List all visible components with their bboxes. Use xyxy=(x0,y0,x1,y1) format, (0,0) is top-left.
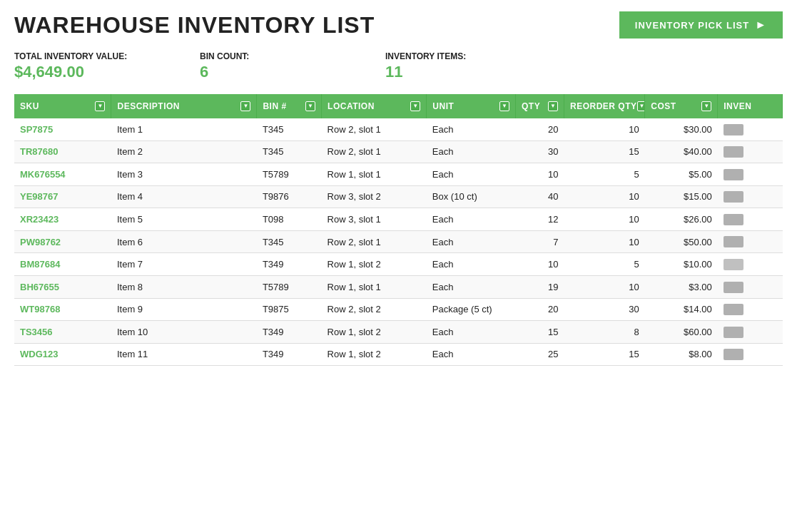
cell-bin: T349 xyxy=(257,321,322,344)
cell-location: Row 2, slot 1 xyxy=(322,140,427,163)
cell-bin: T9875 xyxy=(257,298,322,321)
cell-sku: BH67655 xyxy=(14,275,111,298)
cell-inven xyxy=(718,185,783,208)
cell-location: Row 1, slot 1 xyxy=(322,163,427,186)
table-header-row: SKU DESCRIPTION BIN # xyxy=(14,94,783,118)
cell-reorder: 10 xyxy=(564,185,644,208)
cell-sku: TR87680 xyxy=(14,140,111,163)
cell-qty: 10 xyxy=(516,163,564,186)
cell-qty: 19 xyxy=(516,275,564,298)
total-inventory-value: $4,649.00 xyxy=(14,63,157,81)
cell-unit: Each xyxy=(427,275,516,298)
inventory-swatch xyxy=(724,214,743,225)
cell-bin: T9876 xyxy=(257,185,322,208)
cell-bin: T345 xyxy=(257,140,322,163)
cell-cost: $26.00 xyxy=(645,208,718,231)
cell-qty: 7 xyxy=(516,230,564,253)
inventory-swatch xyxy=(724,191,743,203)
cell-cost: $14.00 xyxy=(645,298,718,321)
cell-qty: 20 xyxy=(516,298,564,321)
cell-qty: 40 xyxy=(516,185,564,208)
inventory-swatch xyxy=(724,169,743,180)
cell-reorder: 10 xyxy=(564,275,644,298)
cell-inven xyxy=(718,298,783,321)
cell-inven xyxy=(718,230,783,253)
cell-reorder: 8 xyxy=(564,321,644,344)
cell-reorder: 30 xyxy=(564,298,644,321)
cell-sku: TS3456 xyxy=(14,321,111,344)
bin-count-block: BIN COUNT: 6 xyxy=(200,51,342,81)
cell-bin: T098 xyxy=(257,208,322,231)
description-filter-icon[interactable] xyxy=(240,101,250,111)
cell-cost: $3.00 xyxy=(645,275,718,298)
cell-sku: YE98767 xyxy=(14,185,111,208)
cell-inven xyxy=(718,140,783,163)
bin-filter-icon[interactable] xyxy=(305,101,315,111)
cell-reorder: 10 xyxy=(564,118,644,140)
cell-sku: WDG123 xyxy=(14,343,111,366)
cell-qty: 15 xyxy=(516,321,564,344)
cell-reorder: 15 xyxy=(564,140,644,163)
unit-filter-icon[interactable] xyxy=(499,101,509,111)
col-header-reorder: REORDER QTY xyxy=(564,94,644,118)
cell-unit: Each xyxy=(427,343,516,366)
bin-count-label: BIN COUNT: xyxy=(200,51,342,61)
cell-unit: Package (5 ct) xyxy=(427,298,516,321)
table-row: MK676554 Item 3 T5789 Row 1, slot 1 Each… xyxy=(14,163,783,186)
table-row: WT98768 Item 9 T9875 Row 2, slot 2 Packa… xyxy=(14,298,783,321)
cell-description: Item 3 xyxy=(111,163,257,186)
cell-bin: T345 xyxy=(257,230,322,253)
cell-inven xyxy=(718,321,783,344)
cell-location: Row 1, slot 2 xyxy=(322,321,427,344)
cell-sku: XR23423 xyxy=(14,208,111,231)
cell-inven xyxy=(718,343,783,366)
cell-unit: Box (10 ct) xyxy=(427,185,516,208)
col-header-cost: COST xyxy=(645,94,718,118)
cell-unit: Each xyxy=(427,230,516,253)
inventory-table-wrapper: SKU DESCRIPTION BIN # xyxy=(14,94,783,366)
table-row: SP7875 Item 1 T345 Row 2, slot 1 Each 20… xyxy=(14,118,783,140)
cell-reorder: 5 xyxy=(564,253,644,276)
table-row: WDG123 Item 11 T349 Row 1, slot 2 Each 2… xyxy=(14,343,783,366)
cell-unit: Each xyxy=(427,253,516,276)
inventory-items-block: INVENTORY ITEMS: 11 xyxy=(385,51,528,81)
cell-bin: T345 xyxy=(257,118,322,140)
qty-filter-icon[interactable] xyxy=(548,101,558,111)
cell-qty: 30 xyxy=(516,140,564,163)
location-filter-icon[interactable] xyxy=(410,101,420,111)
cell-bin: T349 xyxy=(257,343,322,366)
sku-filter-icon[interactable] xyxy=(95,101,105,111)
cell-reorder: 10 xyxy=(564,230,644,253)
cell-description: Item 10 xyxy=(111,321,257,344)
cell-unit: Each xyxy=(427,163,516,186)
col-header-bin: BIN # xyxy=(257,94,322,118)
pick-list-button[interactable]: INVENTORY PICK LIST ► xyxy=(619,11,783,39)
cell-description: Item 9 xyxy=(111,298,257,321)
table-row: TS3456 Item 10 T349 Row 1, slot 2 Each 1… xyxy=(14,321,783,344)
cell-inven xyxy=(718,275,783,298)
cell-unit: Each xyxy=(427,208,516,231)
reorder-filter-icon[interactable] xyxy=(637,101,645,111)
cell-bin: T349 xyxy=(257,253,322,276)
cell-inven xyxy=(718,118,783,140)
cell-cost: $30.00 xyxy=(645,118,718,140)
cell-cost: $50.00 xyxy=(645,230,718,253)
cell-inven xyxy=(718,208,783,231)
cell-qty: 25 xyxy=(516,343,564,366)
col-header-qty: QTY xyxy=(516,94,564,118)
col-header-inven: INVEN xyxy=(718,94,783,118)
cost-filter-icon[interactable] xyxy=(701,101,711,111)
cell-reorder: 5 xyxy=(564,163,644,186)
cell-location: Row 2, slot 1 xyxy=(322,118,427,140)
stats-row: TOTAL INVENTORY VALUE: $4,649.00 BIN COU… xyxy=(14,51,783,81)
cell-reorder: 15 xyxy=(564,343,644,366)
cell-description: Item 5 xyxy=(111,208,257,231)
inventory-swatch xyxy=(724,146,743,158)
cell-location: Row 3, slot 2 xyxy=(322,185,427,208)
inventory-items-value: 11 xyxy=(385,63,528,81)
inventory-swatch xyxy=(724,124,743,135)
cell-cost: $40.00 xyxy=(645,140,718,163)
cell-location: Row 1, slot 2 xyxy=(322,253,427,276)
bin-count-value: 6 xyxy=(200,63,342,81)
col-header-unit: UNIT xyxy=(427,94,516,118)
